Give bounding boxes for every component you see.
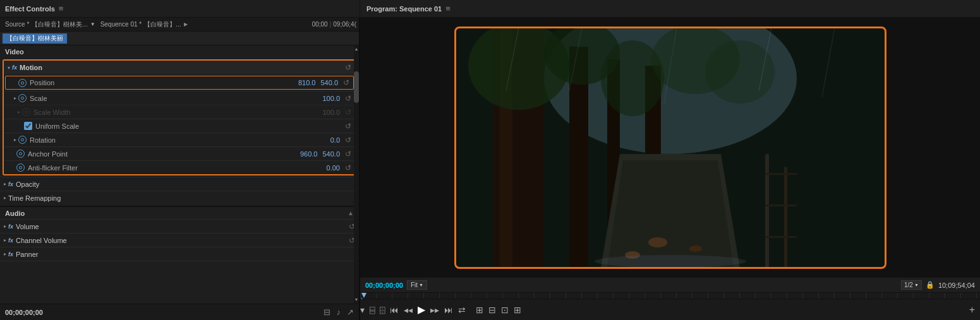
scale-expand-chevron[interactable]: ▸ xyxy=(14,95,16,101)
scale-width-stopwatch-icon xyxy=(22,108,30,116)
antiflicker-reset-icon[interactable]: ↺ xyxy=(345,163,351,172)
svg-point-11 xyxy=(705,40,775,104)
scale-width-reset-icon: ↺ xyxy=(345,108,351,117)
timeline-scrubber[interactable] xyxy=(360,292,980,299)
play-btn[interactable]: ▶ xyxy=(418,304,425,316)
audio-section-label: Audio xyxy=(5,210,25,217)
svg-rect-16 xyxy=(765,173,797,175)
opacity-label: Opacity xyxy=(16,181,39,188)
program-monitor-panel: 00;00;00;00 Fit ▼ 1/2 ▼ 🔒 10;09;54;04 xyxy=(360,18,980,320)
program-controls-bar: 00;00;00;00 Fit ▼ 1/2 ▼ 🔒 10;09;54;04 xyxy=(360,277,980,292)
anchor-point-row: Anchor Point 960.0 540.0 ↺ xyxy=(4,146,355,160)
position-y-value[interactable]: 540.0 xyxy=(320,79,338,86)
opacity-expand-chevron[interactable]: ▸ xyxy=(4,181,6,187)
antiflicker-label: Anti-flicker Filter xyxy=(28,164,327,172)
audio-section-header[interactable]: Audio ▲ xyxy=(0,206,359,220)
channel-volume-row[interactable]: ▸ fx Channel Volume ↺ xyxy=(0,234,359,247)
position-row: Position 810.0 540.0 ↺ xyxy=(5,76,354,90)
uniform-scale-checkbox[interactable] xyxy=(24,122,32,130)
channel-volume-fx-badge: fx xyxy=(8,237,13,244)
overwrite-btn[interactable]: ⊟ xyxy=(488,305,496,315)
motion-header-row[interactable]: ▾ fx Motion ↺ xyxy=(4,61,355,74)
motion-expand-chevron[interactable]: ▾ xyxy=(8,65,10,71)
loop-btn[interactable]: ⇄ xyxy=(458,305,466,315)
filter-icon[interactable]: ⊟ xyxy=(324,307,330,317)
antiflicker-stopwatch-icon[interactable] xyxy=(16,163,25,172)
anchor-x-value[interactable]: 960.0 xyxy=(300,150,318,158)
camera-btn[interactable]: ⊡ xyxy=(501,305,509,315)
time-remapping-row[interactable]: ▸ Time Remapping xyxy=(0,191,359,204)
time-remap-label: Time Remapping xyxy=(8,194,61,202)
rotation-value[interactable]: 0.0 xyxy=(330,136,340,144)
program-monitor-menu-icon[interactable]: ≡ xyxy=(445,4,451,13)
video-frame xyxy=(456,28,885,268)
uniform-scale-reset-icon[interactable]: ↺ xyxy=(345,122,351,131)
panner-expand-chevron[interactable]: ▸ xyxy=(4,251,6,257)
volume-row[interactable]: ▸ fx Volume ↺ xyxy=(0,220,359,234)
rotation-reset-icon[interactable]: ↺ xyxy=(345,136,351,145)
position-x-value[interactable]: 810.0 xyxy=(298,79,316,86)
playback-controls-bar: ▾ ⌸ ⌹ ⏮ ◂◂ ▶ ▸▸ ⏭ ⇄ ⊞ ⊟ ⊡ ⊞ + xyxy=(360,299,980,320)
panner-fx-badge: fx xyxy=(8,251,13,258)
anchor-reset-icon[interactable]: ↺ xyxy=(345,150,351,158)
motion-reset-icon[interactable]: ↺ xyxy=(345,63,351,72)
marker-in-btn[interactable]: ▾ xyxy=(360,305,365,315)
rotation-row: ▸ Rotation 0.0 ↺ xyxy=(4,133,355,146)
properties-scrollbar[interactable]: ▲ ▼ xyxy=(354,45,359,304)
opacity-row[interactable]: ▸ fx Opacity xyxy=(0,177,359,191)
volume-fx-badge: fx xyxy=(8,223,13,230)
scroll-up-arrow[interactable]: ▲ xyxy=(354,45,359,53)
bracket-in-btn[interactable]: ⌸ xyxy=(370,305,375,315)
volume-label: Volume xyxy=(16,223,39,230)
scroll-down-arrow[interactable]: ▼ xyxy=(354,296,359,304)
step-back-btn[interactable]: ◂◂ xyxy=(404,305,413,315)
anti-flicker-row: Anti-flicker Filter 0.00 ↺ xyxy=(4,160,355,174)
uniform-scale-label: Uniform Scale xyxy=(35,122,79,130)
lock-icon[interactable]: 🔒 xyxy=(926,281,935,289)
rotation-stopwatch-icon[interactable] xyxy=(18,136,27,144)
time-remap-expand-chevron[interactable]: ▸ xyxy=(4,195,6,201)
program-video-area xyxy=(360,18,980,277)
scale-stopwatch-icon[interactable] xyxy=(18,94,27,102)
anchor-stopwatch-icon[interactable] xyxy=(16,150,25,158)
export-frame-btn[interactable]: ⊞ xyxy=(514,305,521,315)
bracket-out-btn[interactable]: ⌹ xyxy=(380,305,385,315)
antiflicker-value[interactable]: 0.00 xyxy=(327,164,340,172)
volume-expand-chevron[interactable]: ▸ xyxy=(4,223,6,229)
effect-controls-menu-icon[interactable]: ≡ xyxy=(59,4,64,13)
scale-value[interactable]: 100.0 xyxy=(322,95,340,102)
fraction-display[interactable]: 1/2 ▼ xyxy=(901,280,922,290)
channel-volume-expand-chevron[interactable]: ▸ xyxy=(4,237,6,243)
timeline-start: 00;00 xyxy=(312,21,328,28)
go-to-out-btn[interactable]: ⏭ xyxy=(444,305,453,315)
motion-fx-badge: fx xyxy=(12,64,17,71)
source-clip-label: 【白噪音】樹林美... xyxy=(32,20,87,29)
video-content xyxy=(456,28,885,268)
source-tab[interactable]: Source * xyxy=(3,21,32,28)
position-reset-icon[interactable]: ↺ xyxy=(343,78,349,87)
audio-section-scroll-icon[interactable]: ▲ xyxy=(348,210,354,216)
export-icon[interactable]: ↗ xyxy=(347,307,354,317)
properties-area: Video ▾ fx Motion ↺ xyxy=(0,45,359,304)
anchor-y-value[interactable]: 540.0 xyxy=(322,150,340,158)
insert-btn[interactable]: ⊞ xyxy=(476,305,483,315)
panner-row[interactable]: ▸ fx Panner xyxy=(0,247,359,261)
bottom-icons-group: ⊟ ♪ ↗ xyxy=(324,307,354,317)
source-dropdown-icon[interactable]: ▼ xyxy=(90,21,95,27)
program-timecode-display[interactable]: 00;00;00;00 xyxy=(365,281,403,289)
effect-controls-header: Effect Controls ≡ xyxy=(0,0,360,17)
rotation-expand-chevron[interactable]: ▸ xyxy=(14,137,16,143)
position-stopwatch-icon[interactable] xyxy=(18,79,27,87)
fit-dropdown[interactable]: Fit ▼ xyxy=(407,280,427,290)
sequence-tab[interactable]: Sequence 01 * xyxy=(98,21,145,28)
svg-point-19 xyxy=(648,237,667,247)
audio-icon[interactable]: ♪ xyxy=(337,307,341,317)
scale-reset-icon[interactable]: ↺ xyxy=(345,94,351,103)
sequence-arrow-icon[interactable]: ▶ xyxy=(184,21,188,27)
channel-volume-label: Channel Volume xyxy=(16,237,67,244)
add-btn[interactable]: + xyxy=(969,304,975,316)
sequence-clip-label: 【白噪音】... xyxy=(144,20,181,29)
program-monitor-header: Program: Sequence 01 ≡ xyxy=(360,0,980,17)
step-forward-btn[interactable]: ▸▸ xyxy=(430,305,439,315)
go-to-in-btn[interactable]: ⏮ xyxy=(390,305,399,315)
